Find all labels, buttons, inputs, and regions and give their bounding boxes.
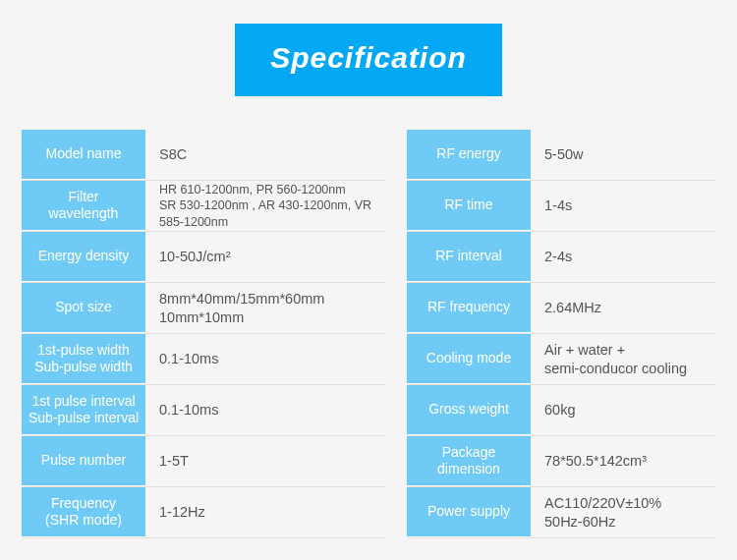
spec-label: RF time	[407, 181, 531, 231]
spec-label: RF interval	[407, 232, 531, 282]
spec-label: Frequency (SHR mode)	[22, 487, 145, 537]
spec-value: 0.1-10ms	[145, 334, 385, 384]
spec-label: RF energy	[407, 130, 531, 180]
spec-value: 0.1-10ms	[145, 385, 385, 435]
spec-value: 1-12Hz	[145, 487, 385, 537]
table-row: 1st-pulse width Sub-pulse width0.1-10ms	[22, 334, 385, 385]
spec-label: 1st-pulse width Sub-pulse width	[22, 334, 145, 384]
spec-label: Gross weight	[407, 385, 531, 435]
spec-label: 1st pulse interval Sub-pulse interval	[22, 385, 145, 435]
table-row: RF energy5-50w	[407, 130, 715, 181]
spec-label: Energy density	[22, 232, 145, 282]
spec-value: 5-50w	[531, 130, 715, 180]
spec-table-right: RF energy5-50wRF time1-4sRF interval2-4s…	[407, 130, 715, 538]
spec-value: 8mm*40mm/15mm*60mm 10mm*10mm	[145, 283, 385, 333]
table-row: Pulse number1-5T	[22, 436, 385, 487]
table-row: Package dimension78*50.5*142cm³	[407, 436, 715, 487]
spec-value: Air + water + semi-conducor cooling	[531, 334, 715, 384]
table-row: Frequency (SHR mode)1-12Hz	[22, 487, 385, 538]
table-row: Filter wavelengthHR 610-1200nm, PR 560-1…	[22, 181, 385, 232]
header: Specification	[0, 0, 737, 96]
spec-label: Filter wavelength	[22, 181, 145, 231]
spec-value: AC110/220V±10% 50Hz-60Hz	[531, 487, 715, 537]
spec-label: RF frequency	[407, 283, 531, 333]
spec-label: Pulse number	[22, 436, 145, 486]
spec-label: Power supply	[407, 487, 531, 537]
spec-value: 78*50.5*142cm³	[531, 436, 715, 486]
spec-tables: Model nameS8CFilter wavelengthHR 610-120…	[22, 130, 715, 538]
spec-table-left: Model nameS8CFilter wavelengthHR 610-120…	[22, 130, 385, 538]
table-row: Power supplyAC110/220V±10% 50Hz-60Hz	[407, 487, 715, 538]
spec-value: HR 610-1200nm, PR 560-1200nm SR 530-1200…	[145, 181, 385, 231]
spec-value: S8C	[145, 130, 385, 180]
spec-value: 1-4s	[531, 181, 715, 231]
table-row: RF interval2-4s	[407, 232, 715, 283]
table-row: Gross weight60kg	[407, 385, 715, 436]
spec-label: Model name	[22, 130, 145, 180]
table-row: RF time1-4s	[407, 181, 715, 232]
table-row: Energy density10-50J/cm²	[22, 232, 385, 283]
spec-label: Package dimension	[407, 436, 531, 486]
table-row: Cooling modeAir + water + semi-conducor …	[407, 334, 715, 385]
spec-label: Cooling mode	[407, 334, 531, 384]
spec-value: 60kg	[531, 385, 715, 435]
table-row: 1st pulse interval Sub-pulse interval0.1…	[22, 385, 385, 436]
spec-value: 10-50J/cm²	[145, 232, 385, 282]
table-row: RF frequency2.64MHz	[407, 283, 715, 334]
table-row: Spot size8mm*40mm/15mm*60mm 10mm*10mm	[22, 283, 385, 334]
spec-value: 2-4s	[531, 232, 715, 282]
table-row: Model nameS8C	[22, 130, 385, 181]
spec-value: 1-5T	[145, 436, 385, 486]
spec-label: Spot size	[22, 283, 145, 333]
page-title: Specification	[235, 24, 502, 96]
spec-value: 2.64MHz	[531, 283, 715, 333]
